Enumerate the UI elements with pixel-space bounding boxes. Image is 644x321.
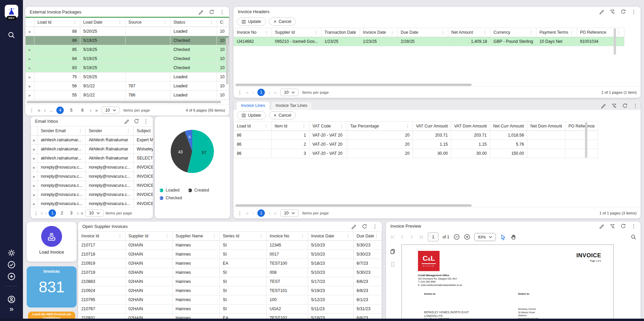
panel-menu-icon[interactable]: ⋮	[633, 103, 638, 108]
column-menu-icon[interactable]: ⋮	[118, 20, 122, 25]
row-expander-icon[interactable]: ▶	[33, 166, 35, 169]
pager-menu-icon[interactable]: ⋮	[237, 90, 242, 95]
prev-page-icon[interactable]: ‹	[45, 210, 47, 216]
column-header[interactable]: ⋮Status	[170, 18, 217, 27]
table-row[interactable]: 863VAT-20 - VAT 202030.0030.00150.00	[234, 149, 598, 158]
page-number[interactable]: 4	[56, 107, 64, 114]
column-header[interactable]: ⋮Net Amount	[448, 28, 490, 37]
panel-menu-icon[interactable]: ⋮	[220, 9, 225, 14]
column-header[interactable]: ⋮Invoice Date	[308, 232, 354, 241]
refresh-icon[interactable]	[362, 224, 367, 229]
filter-icon[interactable]	[610, 9, 615, 14]
table-row[interactable]: ▶akhilesh.ratnakumar...Akhilesh Ratnakum…	[31, 136, 153, 145]
page-number[interactable]: 3	[67, 209, 75, 217]
panel-menu-icon[interactable]: ⋮	[631, 224, 636, 229]
refresh-icon[interactable]	[620, 9, 626, 14]
page-number[interactable]: 2	[58, 209, 65, 217]
page-size-select[interactable]: 10	[280, 209, 299, 217]
table-row[interactable]: 21076702HAINHainnesSIUGA25/11/235/31/23	[78, 304, 382, 314]
row-expander-icon[interactable]: ▶	[29, 76, 31, 79]
column-header[interactable]: ⋮Source	[125, 18, 170, 27]
check-circle-icon[interactable]	[7, 261, 16, 269]
column-header[interactable]: ⋮VAT Curr Amount	[413, 122, 451, 131]
table-row[interactable]: ▶noreply@novacura.c...noreply@novacura.c…	[31, 181, 153, 190]
table-row[interactable]: 21071902HAINHainnesSI0085/10/235/30/23	[78, 268, 382, 277]
last-page-icon[interactable]: »	[95, 108, 98, 113]
row-expander-icon[interactable]: ▶	[33, 157, 35, 160]
last-page-icon[interactable]	[418, 234, 424, 240]
column-menu-icon[interactable]: ⋮	[346, 234, 350, 238]
row-expander-icon[interactable]: ▶	[33, 139, 35, 142]
column-header[interactable]: ⋮Net Dom Amount	[527, 122, 565, 131]
refresh-icon[interactable]	[134, 118, 139, 124]
column-header[interactable]: ⋮Due Date	[353, 232, 382, 241]
column-menu-icon[interactable]: ⋮	[390, 30, 394, 35]
table-row[interactable]: 21079502HAINHainnesSI1005/12/236/1/23	[78, 295, 382, 304]
row-expander-icon[interactable]: ▶	[33, 193, 35, 197]
pdf-page[interactable]: C&L CIVILS Credit Management Office 302 …	[401, 244, 614, 321]
legend-item[interactable]: Created	[188, 188, 209, 193]
table-row[interactable]: 861VAT-20 - VAT 2020203.71203.711,018.56	[234, 131, 598, 140]
row-expander-icon[interactable]: ▶	[29, 85, 31, 88]
column-header[interactable]: ⋮Sender Email	[37, 126, 85, 136]
column-menu-icon[interactable]: ⋮	[165, 234, 169, 238]
next-page-icon[interactable]: ›	[90, 108, 91, 113]
pan-tool-icon[interactable]	[510, 234, 516, 240]
column-menu-icon[interactable]: ⋮	[617, 30, 621, 35]
update-button[interactable]: Update	[237, 18, 266, 26]
column-menu-icon[interactable]: ⋮	[405, 124, 410, 128]
table-row[interactable]: 21091902HAINHainnesEATEST1005/18/236/7/2…	[78, 259, 382, 268]
app-logo[interactable]: DEV	[5, 5, 18, 18]
page-number[interactable]: 1	[257, 209, 265, 217]
column-header[interactable]: ⋮Invoice No	[267, 232, 308, 241]
column-menu-icon[interactable]: ⋮	[441, 30, 445, 35]
table-row[interactable]: ▶akhilesh.ratnakumar...Akhilesh Ratnakum…	[31, 154, 153, 163]
table-row[interactable]: ▶885/20/25Loaded10	[26, 27, 229, 36]
column-menu-icon[interactable]: ⋮	[264, 30, 269, 35]
column-header[interactable]: ⋮Invoice No	[234, 28, 272, 37]
page-size-select[interactable]: 10	[85, 209, 104, 217]
horizontal-scrollbar[interactable]	[235, 84, 472, 86]
column-header[interactable]: ⋮Tax Percentage	[347, 122, 413, 131]
table-row[interactable]: 21071802HAINHainnesSI00175/10/235/30/23	[78, 250, 382, 259]
table-row[interactable]: 21088302HAINHainnesSITEST5/17/236/6/23	[78, 277, 382, 286]
page-number-input[interactable]: 1	[428, 232, 439, 241]
page-size-select[interactable]: 10	[280, 89, 299, 96]
column-header[interactable]: ⋮C	[217, 18, 229, 27]
column-menu-icon[interactable]: ⋮	[301, 234, 305, 238]
refresh-icon[interactable]	[622, 103, 628, 109]
table-row[interactable]: ▶noreply@novacura.c...noreply@novacura.c…	[31, 172, 153, 181]
edit-icon[interactable]	[599, 223, 605, 229]
column-header[interactable]: ⋮Supplier Id	[125, 232, 172, 241]
last-page-icon[interactable]: »	[274, 210, 277, 216]
first-page-icon[interactable]: «	[40, 210, 43, 216]
column-header[interactable]: ⋮Invoice Id	[78, 232, 125, 241]
column-menu-icon[interactable]: ⋮	[264, 124, 268, 128]
column-header[interactable]: ⋮Load Date	[80, 18, 125, 27]
row-expander-icon[interactable]: ▶	[33, 148, 35, 151]
column-menu-icon[interactable]: ⋮	[314, 30, 318, 35]
first-page-icon[interactable]: «	[246, 90, 249, 95]
next-page-icon[interactable]: ›	[269, 210, 270, 216]
column-header[interactable]: ⋮Supplier Name	[172, 232, 220, 241]
zoom-level-select[interactable]: 83%	[474, 233, 496, 241]
edit-icon[interactable]	[351, 224, 357, 229]
pager-menu-icon[interactable]: ⋮	[237, 210, 242, 216]
edit-icon[interactable]	[599, 9, 605, 14]
table-row[interactable]: ▶845/19/25Checked10	[26, 54, 229, 63]
row-expander-icon[interactable]: ▶	[29, 94, 31, 97]
column-header[interactable]: ⋮Subject	[134, 126, 153, 136]
row-expander-icon[interactable]: ▶	[29, 30, 31, 33]
edit-icon[interactable]	[600, 103, 606, 109]
table-row[interactable]: ▶noreply@novacura.c...noreply@novacura.c…	[31, 190, 153, 199]
column-menu-icon[interactable]: ⋮	[529, 30, 533, 35]
column-header[interactable]: ⋮Item Id	[272, 122, 309, 131]
column-menu-icon[interactable]: ⋮	[118, 234, 122, 238]
column-header[interactable]: ⋮Due Date	[397, 28, 448, 37]
row-expander-icon[interactable]: ▶	[29, 48, 31, 52]
pager-menu-icon[interactable]: ⋮	[34, 210, 38, 216]
column-header[interactable]: ⋮Supplier Id	[272, 28, 321, 37]
cancel-button[interactable]: ✕ Cancel	[269, 111, 296, 119]
legend-item[interactable]: Loaded	[160, 188, 179, 193]
next-page-icon[interactable]: ›	[269, 90, 270, 95]
